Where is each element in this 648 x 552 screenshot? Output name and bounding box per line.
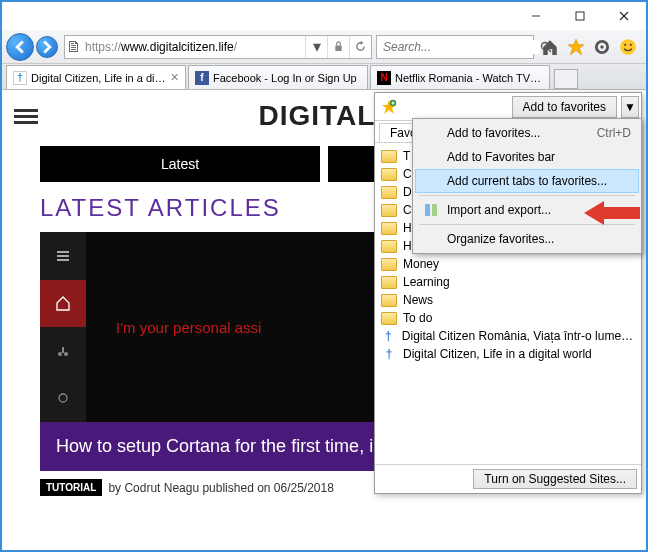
navigation-bar: 🗎 https://www.digitalcitizen.life/ ▾ [2, 30, 646, 64]
back-button[interactable] [6, 33, 34, 61]
menu-shortcut: Ctrl+D [597, 126, 631, 140]
favorites-folder[interactable]: To do [375, 309, 641, 327]
folder-icon [381, 204, 397, 217]
favorites-item-label: News [403, 293, 433, 307]
favorites-folder[interactable]: News [375, 291, 641, 309]
menu-item[interactable]: Add current tabs to favorites... [415, 169, 639, 193]
import-export-icon [423, 202, 439, 218]
window-titlebar [2, 2, 646, 30]
svg-point-15 [58, 352, 62, 356]
favorites-item-label: T [403, 149, 410, 163]
tab-1[interactable]: † Digital Citizen, Life in a digi... ✕ [6, 65, 186, 89]
favorites-folder[interactable]: Learning [375, 273, 641, 291]
favicon-digitalcitizen: † [13, 71, 27, 85]
favorites-item-label: Digital Citizen, Life in a digital world [403, 347, 592, 361]
menu-item[interactable]: Organize favorites... [415, 227, 639, 251]
menu-item-label: Add current tabs to favorites... [447, 174, 607, 188]
favorites-folder[interactable]: Money [375, 255, 641, 273]
folder-icon [381, 186, 397, 199]
article-byline: by Codrut Neagu published on 06/25/2018 [108, 481, 334, 495]
tab-strip: † Digital Citizen, Life in a digi... ✕ f… [2, 64, 646, 90]
search-input[interactable] [377, 40, 540, 54]
folder-icon [381, 222, 397, 235]
menu-item-label: Import and export... [447, 203, 551, 217]
annotation-arrow [582, 200, 640, 230]
svg-rect-20 [425, 204, 430, 216]
svg-rect-14 [57, 259, 69, 261]
svg-point-11 [630, 43, 632, 45]
svg-point-8 [600, 45, 603, 48]
subnav-latest[interactable]: Latest [40, 146, 320, 182]
add-to-favorites-dropdown[interactable]: ▼ [621, 96, 639, 118]
folder-icon [381, 168, 397, 181]
refresh-button[interactable] [349, 36, 371, 58]
folder-icon [381, 240, 397, 253]
add-favorites-menu: Add to favorites...Ctrl+DAdd to Favorite… [412, 118, 642, 254]
favorites-item-label: D [403, 185, 412, 199]
tab-3[interactable]: N Netflix Romania - Watch TV Sh... [370, 65, 550, 89]
folder-icon [381, 294, 397, 307]
menu-item-label: Add to Favorites bar [447, 150, 555, 164]
menu-item[interactable]: Add to favorites...Ctrl+D [415, 121, 639, 145]
cortana-text: I'm your personal assi [116, 319, 261, 336]
link-icon: † [381, 347, 397, 361]
svg-point-10 [624, 43, 626, 45]
svg-rect-17 [62, 347, 64, 353]
tutorial-badge: TUTORIAL [40, 479, 102, 496]
tab-close-icon[interactable]: ✕ [170, 71, 179, 84]
tab-2[interactable]: f Facebook - Log In or Sign Up [188, 65, 368, 89]
favorites-item-label: To do [403, 311, 432, 325]
lock-icon[interactable] [327, 36, 349, 58]
menu-item-label: Add to favorites... [447, 126, 540, 140]
maximize-button[interactable] [558, 2, 602, 30]
svg-point-18 [59, 394, 67, 402]
favicon-netflix: N [377, 71, 391, 85]
menu-item[interactable]: Add to Favorites bar [415, 145, 639, 169]
link-icon: † [381, 329, 396, 343]
favicon-facebook: f [195, 71, 209, 85]
tab-label: Netflix Romania - Watch TV Sh... [395, 72, 543, 84]
favorites-item-label: C [403, 167, 412, 181]
favorites-link[interactable]: †Digital Citizen, Life in a digital worl… [375, 345, 641, 363]
favorites-item-label: C [403, 203, 412, 217]
suggested-sites-button[interactable]: Turn on Suggested Sites... [473, 469, 637, 489]
settings-gear-icon[interactable] [592, 37, 612, 57]
svg-rect-13 [57, 255, 69, 257]
tab-label: Facebook - Log In or Sign Up [213, 72, 361, 84]
url-dropdown[interactable]: ▾ [305, 36, 327, 58]
new-tab-button[interactable] [554, 69, 578, 89]
favorites-item-label: Learning [403, 275, 450, 289]
favorites-link[interactable]: †Digital Citizen România, Viața într-o l… [375, 327, 641, 345]
address-bar[interactable]: 🗎 https://www.digitalcitizen.life/ ▾ [64, 35, 372, 59]
cortana-home-icon [40, 280, 86, 328]
svg-point-16 [64, 352, 68, 356]
forward-button[interactable] [36, 36, 58, 58]
folder-icon [381, 150, 397, 163]
favorites-star-icon[interactable] [566, 37, 586, 57]
favorites-item-label: Digital Citizen România, Viața într-o lu… [402, 329, 635, 343]
search-box[interactable] [376, 35, 534, 59]
add-to-favorites-button[interactable]: Add to favorites [512, 96, 617, 118]
favorites-item-label: Money [403, 257, 439, 271]
svg-rect-1 [576, 12, 584, 20]
minimize-button[interactable] [514, 2, 558, 30]
folder-icon [381, 276, 397, 289]
svg-point-9 [620, 39, 636, 55]
site-icon: 🗎 [65, 38, 83, 56]
folder-icon [381, 312, 397, 325]
tab-label: Digital Citizen, Life in a digi... [31, 72, 166, 84]
add-to-favorites-icon[interactable] [375, 99, 403, 115]
smiley-icon[interactable] [618, 37, 638, 57]
hamburger-menu-icon[interactable] [14, 106, 38, 127]
home-icon[interactable] [540, 37, 560, 57]
close-button[interactable] [602, 2, 646, 30]
svg-rect-4 [335, 46, 341, 52]
url-text: https://www.digitalcitizen.life/ [83, 40, 305, 54]
folder-icon [381, 258, 397, 271]
toolbar-icons [540, 37, 638, 57]
menu-item-label: Organize favorites... [447, 232, 554, 246]
svg-rect-21 [432, 204, 437, 216]
svg-rect-12 [57, 251, 69, 253]
